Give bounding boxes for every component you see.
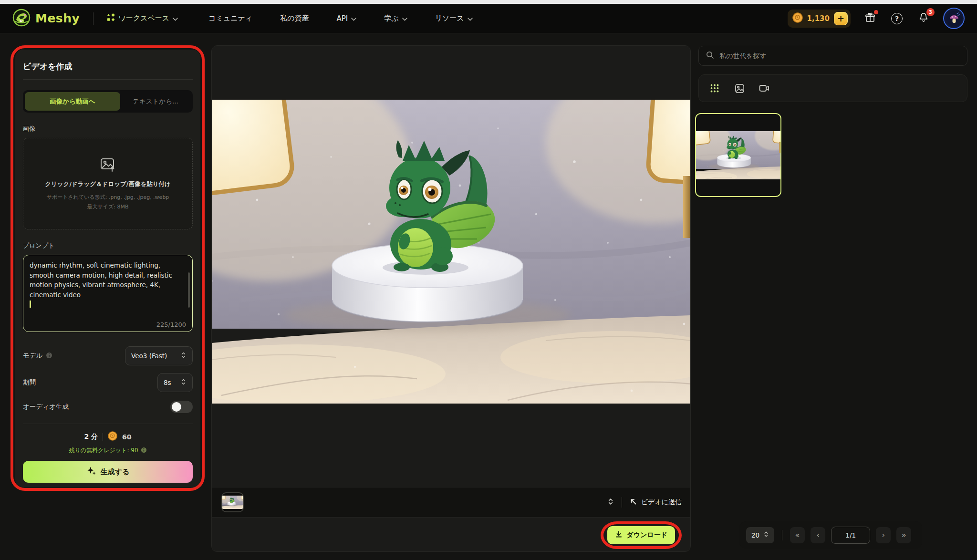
upload-formats: サポートされている形式: .png, .jpg, .jpeg, .webp — [47, 194, 169, 201]
first-page-button[interactable]: « — [790, 527, 805, 543]
annotation-download: ダウンロード — [601, 521, 682, 549]
prev-page-button[interactable]: ‹ — [811, 527, 825, 543]
sort-chevrons-icon[interactable] — [607, 498, 614, 508]
current-frame-thumbnail[interactable] — [221, 492, 244, 512]
image-upload-dropzone[interactable]: クリック/ドラッグ＆ドロップ/画像を貼り付け サポートされている形式: .png… — [23, 138, 193, 229]
next-page-button[interactable]: › — [876, 527, 891, 543]
nav-community-label: コミュニティ — [208, 14, 252, 23]
prompt-scrollbar[interactable] — [188, 272, 190, 308]
page-indicator: 1/1 — [831, 527, 870, 544]
filter-image-icon[interactable] — [733, 82, 746, 94]
page-size-select[interactable]: 20 — [746, 527, 774, 543]
video-preview[interactable] — [212, 100, 691, 404]
nav-divider — [93, 12, 94, 25]
generation-thumbnail-selected[interactable] — [695, 113, 781, 197]
nav-my-assets[interactable]: 私の資産 — [280, 14, 309, 23]
notification-badge: 3 — [926, 8, 935, 16]
filter-all-grid-icon[interactable] — [708, 82, 721, 94]
prompt-value: dynamic rhythm, soft cinematic lighting,… — [30, 261, 172, 299]
tab-text-to-video[interactable]: テキストから... — [120, 92, 191, 111]
browser-edge-strip — [0, 0, 977, 4]
estimated-time: 2 分 — [84, 433, 98, 441]
text-cursor — [30, 301, 31, 308]
download-button-label: ダウンロード — [626, 531, 667, 539]
avatar[interactable] — [943, 8, 965, 29]
cost-section: 2 分 60 残りの無料クレジット: 90 生成 — [23, 424, 193, 483]
nav-api-label: API — [337, 14, 348, 23]
notifications-button[interactable]: 3 — [916, 11, 931, 26]
duration-value: 8s — [164, 379, 171, 386]
chevrons-up-down-icon — [763, 531, 769, 539]
meshy-logo-icon — [12, 9, 31, 29]
rewards-notification-dot — [874, 10, 878, 14]
credit-cost-struck: 60 — [122, 433, 131, 441]
rewards-button[interactable] — [863, 11, 877, 26]
prompt-char-counter: 225/1200 — [156, 321, 186, 328]
info-icon[interactable] — [46, 352, 52, 360]
model-select[interactable]: Veo3 (Fast) — [125, 346, 193, 365]
duration-select[interactable]: 8s — [157, 373, 193, 392]
generate-button[interactable]: 生成する — [23, 461, 193, 483]
credits-pill[interactable]: 1,130 + — [788, 10, 851, 28]
download-button[interactable]: ダウンロード — [607, 526, 675, 544]
cost-separator — [103, 433, 103, 441]
filter-video-icon[interactable] — [758, 82, 770, 94]
send-to-video-label: ビデオに送信 — [641, 498, 682, 507]
mode-tabs: 画像から動画へ テキストから... — [23, 90, 193, 113]
viewer-footer: ダウンロード — [212, 518, 691, 552]
prompt-field-label: プロンプト — [23, 241, 193, 250]
arrow-up-left-icon — [630, 498, 637, 507]
help-icon: ? — [891, 13, 903, 24]
chevrons-up-down-icon — [180, 378, 187, 387]
nav-api[interactable]: API — [337, 14, 357, 23]
image-field-label: 画像 — [23, 124, 193, 133]
brand-name: Meshy — [35, 11, 80, 25]
chevrons-up-down-icon — [180, 352, 187, 360]
nav-resources-label: リソース — [435, 14, 464, 23]
gallery-search-bar — [698, 46, 967, 66]
generate-button-label: 生成する — [101, 467, 130, 477]
gallery-pagination: 20 « ‹ 1/1 › » — [739, 521, 922, 549]
nav-workspace[interactable]: ワークスペース — [107, 13, 178, 23]
search-input[interactable] — [719, 52, 960, 60]
free-credits-note: 残りの無料クレジット: 90 — [69, 446, 138, 455]
pagination-divider — [782, 530, 782, 540]
video-control-bar: ビデオに送信 — [212, 487, 691, 518]
nav-my-assets-label: 私の資産 — [280, 14, 309, 23]
page-size-value: 20 — [751, 531, 759, 539]
upload-hint: クリック/ドラッグ＆ドロップ/画像を貼り付け — [45, 180, 171, 188]
video-viewer-panel: ビデオに送信 ダウンロード — [211, 45, 691, 552]
nav-resources[interactable]: リソース — [435, 14, 473, 23]
tab-image-to-video[interactable]: 画像から動画へ — [25, 92, 120, 111]
help-button[interactable]: ? — [890, 11, 904, 26]
model-value: Veo3 (Fast) — [131, 352, 167, 360]
prompt-textarea[interactable]: dynamic rhythm, soft cinematic lighting,… — [23, 255, 193, 332]
image-upload-icon — [100, 157, 116, 174]
nav-community[interactable]: コミュニティ — [208, 14, 252, 23]
nav-learn-label: 学ぶ — [384, 14, 398, 23]
chevron-down-icon — [173, 14, 178, 23]
page-title: ビデオを作成 — [23, 61, 193, 72]
gallery-filter-bar — [698, 74, 967, 102]
last-page-button[interactable]: » — [896, 527, 911, 543]
coin-icon — [792, 12, 803, 25]
chevron-down-icon — [351, 14, 356, 23]
add-credits-button[interactable]: + — [834, 12, 848, 25]
create-video-panel: ビデオを作成 画像から動画へ テキストから... 画像 クリック/ドラッグ＆ドロ… — [15, 50, 200, 487]
search-icon — [706, 51, 714, 61]
workspace-icon — [107, 13, 115, 23]
nav-learn[interactable]: 学ぶ — [384, 14, 407, 23]
upload-max-size: 最大サイズ: 8MB — [87, 203, 128, 210]
coin-icon — [108, 431, 117, 443]
audio-label: オーディオ生成 — [23, 403, 69, 411]
info-icon[interactable] — [141, 447, 147, 455]
credits-value: 1,130 — [807, 14, 830, 23]
navbar: Meshy ワークスペース コミュニティ 私の資産 API — [0, 4, 977, 33]
audio-toggle[interactable] — [170, 401, 193, 413]
chevron-down-icon — [402, 14, 407, 23]
meshy-logo[interactable]: Meshy — [12, 9, 80, 29]
send-to-video-button[interactable]: ビデオに送信 — [630, 498, 682, 507]
panel-divider — [23, 79, 193, 80]
sparkles-icon — [86, 466, 96, 477]
nav-workspace-label: ワークスペース — [118, 14, 169, 23]
